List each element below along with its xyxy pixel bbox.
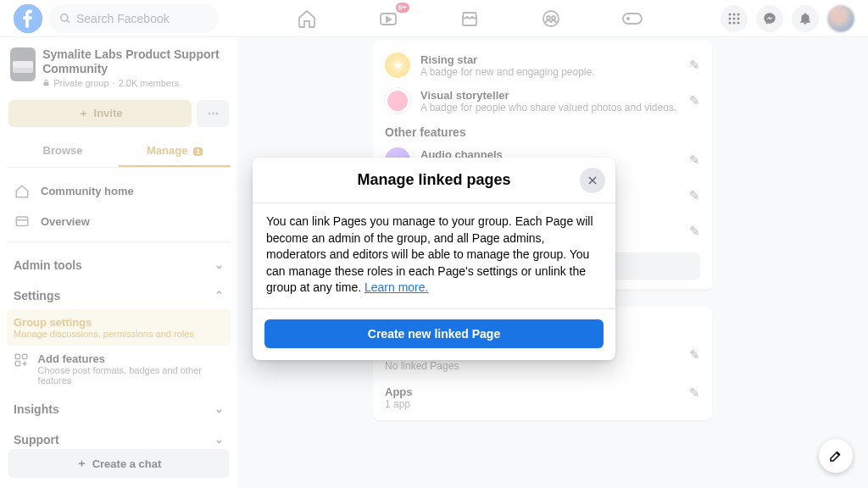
learn-more-link[interactable]: Learn more.: [364, 280, 428, 294]
modal-backdrop[interactable]: Manage linked pages You can link Pages y…: [0, 0, 868, 488]
close-button[interactable]: [580, 168, 605, 193]
close-icon: [587, 175, 598, 186]
modal-title: Manage linked pages: [253, 158, 615, 203]
modal-body: You can link Pages you manage to your gr…: [253, 203, 615, 309]
create-linked-page-button[interactable]: Create new linked Page: [264, 319, 604, 348]
linked-pages-modal: Manage linked pages You can link Pages y…: [253, 158, 615, 360]
